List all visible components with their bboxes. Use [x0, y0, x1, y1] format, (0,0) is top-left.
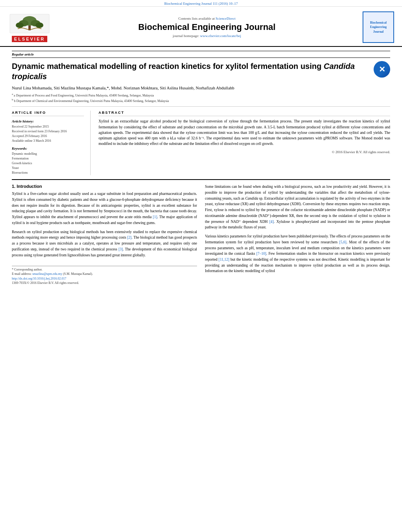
article-info-panel: ARTICLE INFO Article history: Received 2…: [12, 111, 91, 175]
affiliation-a: a a Department of Process and Food Engin…: [12, 93, 390, 97]
journal-header: ELSEVIER Contents lists available at Sci…: [0, 7, 402, 47]
affiliations: a a Department of Process and Food Engin…: [12, 93, 390, 102]
contents-available-line: Contents lists available at ScienceDirec…: [59, 17, 355, 20]
intro-para-1: Xylitol is a five-carbon sugar alcohol u…: [12, 191, 197, 226]
doi-line: http://dx.doi.org/10.1016/j.bej.2016.02.…: [12, 277, 197, 280]
journal-citation-bar: Biochemical Engineering Journal 111 (201…: [0, 0, 402, 7]
ref-3: [3]: [119, 247, 123, 251]
email-line: E-mail address: smazlina@upm.edu.my (S.M…: [12, 272, 197, 276]
received-date: Received 22 September 2015: [12, 124, 84, 129]
main-content: 1. Introduction Xylitol is a five-carbon…: [12, 184, 390, 285]
journal-homepage: journal homepage: www.elsevier.com/locat…: [59, 34, 355, 38]
keyword-1: Dynamic modelling: [12, 152, 84, 156]
abstract-panel: ABSTRACT Xylitol is an extracellular sug…: [99, 111, 390, 175]
doi-link[interactable]: http://dx.doi.org/10.1016/j.bej.2016.02.…: [12, 277, 66, 280]
received-revised-date: Received in revised form 23 February 201…: [12, 129, 84, 134]
authors-line: Nurul Lina Mohamada, Siti Mazlina Mustap…: [12, 85, 390, 90]
journal-title-center: Contents lists available at ScienceDirec…: [51, 17, 363, 38]
keyword-4: Yeast: [12, 166, 84, 171]
divider-1: [12, 106, 390, 107]
article-type-label: Regular article: [12, 51, 390, 58]
elsevier-tree-icon: [8, 12, 51, 35]
abstract-text: Xylitol is an extracellular sugar alcoho…: [99, 119, 390, 146]
ref-4: [4]: [269, 220, 274, 224]
article-history-label: Article history:: [12, 119, 84, 123]
available-online-date: Available online 3 March 2016: [12, 139, 84, 143]
article-title-section: Dynamic mathematical modelling of reacti…: [12, 61, 390, 82]
footnote-area: * Corresponding author. E-mail address: …: [12, 266, 197, 285]
left-column: 1. Introduction Xylitol is a five-carbon…: [12, 184, 197, 285]
email-value[interactable]: smazlina@upm.edu.my: [32, 272, 62, 276]
keyword-3: Growth kinetics: [12, 161, 84, 166]
right-para-2: Various kinetics parameters for xylitol …: [205, 234, 390, 274]
homepage-url[interactable]: www.elsevier.com/locate/bej: [200, 34, 241, 38]
keyword-5: Bioreactions: [12, 171, 84, 175]
elsevier-wordmark: ELSEVIER: [12, 36, 47, 42]
right-para-1: Some limitations can be found when deali…: [205, 184, 390, 230]
article-title: Dynamic mathematical modelling of reacti…: [12, 61, 374, 82]
journal-citation: Biochemical Engineering Journal 111 (201…: [164, 2, 238, 6]
intro-para-2: Research on xylitol production using bio…: [12, 229, 197, 258]
abstract-title: ABSTRACT: [99, 111, 390, 116]
ref-2: [2]: [127, 235, 132, 239]
sciencedirect-link[interactable]: ScienceDirect: [216, 17, 235, 20]
bej-logo: Biochemical Engineering Journal: [363, 11, 394, 43]
ref-1: [1]: [153, 215, 157, 219]
keyword-2: Fermentation: [12, 156, 84, 161]
copyright-line: © 2016 Elsevier B.V. All rights reserved…: [99, 150, 390, 154]
accepted-date: Accepted 29 February 2016: [12, 134, 84, 139]
keywords-label: Keywords:: [12, 146, 84, 150]
article-info-title: ARTICLE INFO: [12, 111, 84, 116]
ref-7-10: [7–10]: [256, 252, 266, 256]
issn-line: 1369-703X/© 2016 Elsevier B.V. All right…: [12, 281, 197, 285]
right-column: Some limitations can be found when deali…: [205, 184, 390, 285]
crossmark-badge: ✕: [374, 61, 390, 78]
ref-5-6: [5,6]: [339, 240, 346, 244]
svg-point-5: [35, 22, 43, 28]
divider-2: [12, 179, 390, 180]
ref-11-12: [11,12]: [219, 258, 229, 261]
elsevier-logo: ELSEVIER: [8, 12, 51, 42]
intro-heading: 1. Introduction: [12, 184, 197, 189]
svg-point-4: [16, 22, 24, 28]
corresponding-note: * Corresponding author.: [12, 268, 197, 271]
article-body: Regular article Dynamic mathematical mod…: [0, 47, 402, 289]
affiliation-b: b b Department of Chemical and Environme…: [12, 98, 390, 103]
info-abstract-section: ARTICLE INFO Article history: Received 2…: [12, 111, 390, 175]
journal-name: Biochemical Engineering Journal: [59, 22, 355, 32]
